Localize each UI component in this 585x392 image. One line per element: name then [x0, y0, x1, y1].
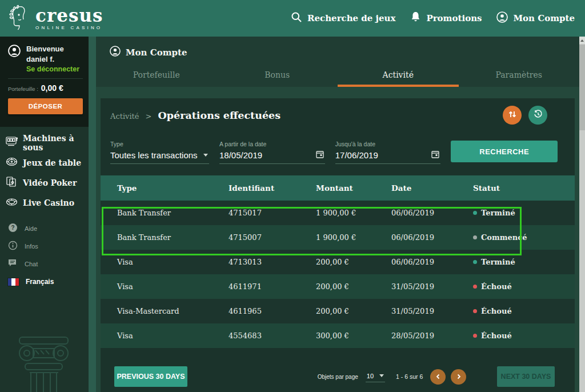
sidebar-item-infos[interactable]: Infos — [8, 237, 89, 255]
top-header: cresus ONLINE CASINO Recherche de jeux — [0, 0, 585, 37]
tab-activite[interactable]: Activité — [338, 63, 459, 87]
user-circle-icon — [110, 46, 121, 59]
col-header-montant: Montant — [316, 183, 391, 193]
sidebar-item-slots[interactable]: Machines à sous — [6, 133, 89, 153]
nav-search-games[interactable]: Recherche de jeux — [291, 11, 395, 25]
page-next-button[interactable] — [451, 369, 466, 385]
nav-account-label: Mon Compte — [513, 13, 575, 23]
col-header-identifiant: Identifiant — [229, 183, 316, 193]
sidebar-item-label: Live Casino — [23, 198, 74, 207]
sidebar-item-chat[interactable]: Chat — [8, 255, 89, 273]
to-date-value: 17/06/2019 — [335, 150, 378, 160]
col-header-type: Type — [117, 183, 229, 193]
table-row[interactable]: Visa 4611971 200,00 € 31/05/2019 Échoué — [101, 274, 575, 299]
cell-type: Visa-Mastercard — [117, 307, 229, 315]
french-flag-icon — [8, 278, 19, 286]
cell-statut: Commencé — [473, 233, 575, 242]
wallet-balance: 0,00 € — [41, 83, 63, 93]
status-badge: Échoué — [481, 282, 512, 291]
scrollbar-thumb[interactable] — [579, 45, 585, 130]
cell-date: 06/06/2019 — [391, 209, 473, 217]
cell-montant: 200,00 € — [316, 282, 391, 291]
calendar-icon[interactable] — [316, 150, 324, 160]
activity-card: Activité > Opérations effectuées — [101, 98, 575, 392]
svg-text:?: ? — [11, 225, 14, 231]
cell-type: Bank Transfer — [117, 209, 229, 217]
wallet-label: Portefeuille : — [8, 86, 38, 92]
cell-montant: 1 900,00 € — [316, 233, 391, 242]
cell-identifiant: 4554683 — [229, 331, 316, 340]
search-button[interactable]: RECHERCHE — [451, 141, 558, 162]
table-header-row: Type Identifiant Montant Date Statut — [101, 175, 575, 201]
cell-date: 28/05/2019 — [391, 331, 473, 340]
sidebar-item-label: Machines à sous — [23, 134, 89, 152]
language-selector[interactable]: Français — [0, 273, 89, 291]
history-button[interactable] — [528, 106, 547, 125]
transactions-button[interactable] — [503, 106, 522, 125]
to-date-input[interactable]: 17/06/2019 — [335, 147, 441, 164]
page-title: Opérations effectuées — [158, 110, 281, 121]
sidebar-item-live-casino[interactable]: Live Casino — [6, 193, 89, 213]
user-circle-icon — [496, 11, 508, 25]
status-dot-icon — [473, 211, 477, 215]
scrollbar[interactable] — [579, 37, 585, 392]
help-icon: ? — [8, 223, 18, 234]
per-page-select[interactable]: 10 — [366, 371, 385, 382]
table-row[interactable]: Visa 4713013 200,00 € 06/06/2019 Terminé — [101, 250, 575, 274]
status-badge: Échoué — [481, 331, 512, 340]
status-badge: Terminé — [481, 258, 515, 266]
sidebar-item-video-poker[interactable]: Vidéo Poker — [6, 173, 89, 193]
table-row[interactable]: Bank Transfer 4715017 1 900,00 € 06/06/2… — [101, 201, 575, 225]
chevron-down-icon — [379, 374, 384, 377]
cell-montant: 200,00 € — [316, 258, 391, 266]
cell-type: Visa — [117, 331, 229, 340]
type-filter: Type Toutes les transactions — [110, 141, 209, 164]
breadcrumb-separator: > — [146, 112, 152, 121]
calendar-icon[interactable] — [431, 150, 439, 160]
logout-link[interactable]: Se déconnecter — [26, 65, 79, 73]
status-dot-icon — [473, 309, 477, 313]
status-dot-icon — [473, 334, 477, 338]
table-row[interactable]: Bank Transfer 4715007 1 900,00 € 06/06/2… — [101, 225, 575, 250]
tab-parametres[interactable]: Paramètres — [459, 63, 580, 87]
logo[interactable]: cresus ONLINE CASINO — [7, 4, 103, 33]
from-date-value: 18/05/2019 — [219, 150, 262, 160]
cresus-head-icon — [7, 4, 31, 33]
type-select[interactable]: Toutes les transactions — [110, 147, 209, 164]
cell-date: 06/06/2019 — [391, 233, 473, 242]
user-avatar-icon — [8, 45, 21, 73]
sidebar-item-help[interactable]: ? Aide — [8, 219, 89, 237]
previous-30-days-button[interactable]: PREVIOUS 30 DAYS — [114, 366, 187, 387]
to-date-label: Jusqu'à la date — [335, 141, 441, 147]
tab-bonus[interactable]: Bonus — [217, 63, 338, 87]
account-tabs: Portefeuille Bonus Activité Paramètres — [96, 63, 579, 87]
sidebar-secondary: ? Aide Infos — [0, 213, 89, 273]
tab-portefeuille[interactable]: Portefeuille — [96, 63, 217, 87]
account-panel: Mon Compte Portefeuille Bonus Activité P… — [96, 37, 579, 392]
scrollbar-up-button[interactable] — [579, 37, 585, 44]
col-header-date: Date — [391, 183, 473, 193]
language-label: Français — [26, 278, 54, 286]
type-filter-label: Type — [110, 141, 209, 147]
to-date-filter: Jusqu'à la date 17/06/2019 — [335, 141, 441, 164]
logo-title: cresus — [35, 7, 103, 25]
account-header: Mon Compte Portefeuille Bonus Activité P… — [96, 37, 579, 87]
sidebar-item-label: Vidéo Poker — [23, 178, 77, 187]
welcome-text: Bienvenue — [26, 45, 79, 53]
divider — [8, 78, 83, 79]
nav-promotions[interactable]: Promotions — [410, 11, 482, 25]
page-previous-button[interactable] — [430, 369, 446, 385]
nav-account[interactable]: Mon Compte — [496, 11, 575, 25]
status-dot-icon — [473, 285, 477, 289]
cell-statut: Échoué — [473, 307, 575, 315]
username: daniel f. — [26, 55, 79, 63]
cell-date: 31/05/2019 — [391, 282, 473, 291]
sidebar-item-label: Aide — [25, 225, 37, 232]
breadcrumb-section[interactable]: Activité — [110, 112, 139, 121]
from-date-filter: A partir de la date 18/05/2019 — [219, 141, 325, 164]
deposit-button[interactable]: DÉPOSER — [8, 98, 83, 114]
sidebar-item-table-games[interactable]: Jeux de table — [6, 153, 89, 173]
table-row[interactable]: Visa 4554683 300,00 € 28/05/2019 Échoué — [101, 323, 575, 348]
table-row[interactable]: Visa-Mastercard 4611965 200,00 € 31/05/2… — [101, 299, 575, 323]
from-date-input[interactable]: 18/05/2019 — [219, 147, 325, 164]
